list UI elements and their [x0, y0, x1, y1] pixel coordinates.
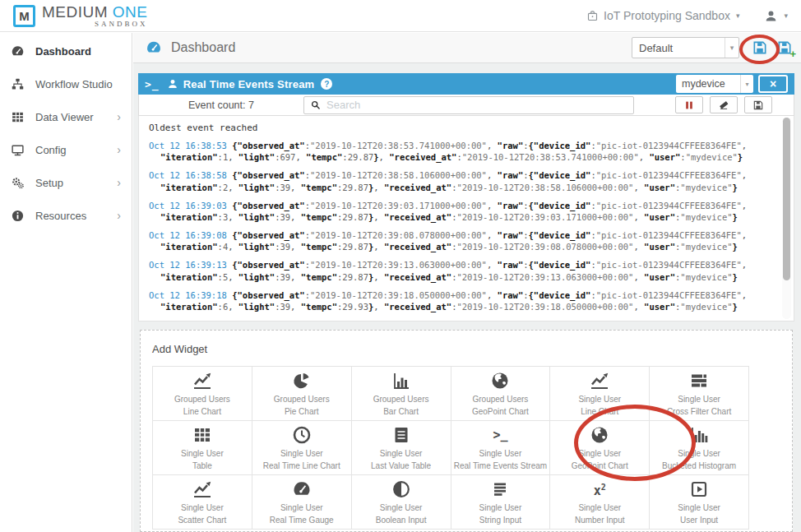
- event-timestamp: Oct 12 16:39:03: [149, 201, 227, 210]
- sidebar-item-label: Data Viewer: [35, 111, 94, 123]
- widget-label-line2: Table: [192, 460, 212, 472]
- save-stream-button[interactable]: [744, 96, 772, 113]
- event-log-entry: Oct 12 16:39:03 {"observed_at":"2019-10-…: [149, 200, 772, 223]
- user-menu[interactable]: ▾: [764, 9, 788, 23]
- clear-stream-button[interactable]: [710, 96, 738, 113]
- chevron-right-icon: ›: [117, 111, 121, 123]
- dashboard-select[interactable]: ▾: [632, 37, 739, 58]
- sitemap-icon: [11, 77, 25, 91]
- add-widget-single-user-number-input[interactable]: x2Single UserNumber Input: [550, 475, 650, 530]
- widget-grid: Grouped UsersLine ChartGrouped UsersPie …: [152, 366, 749, 530]
- search-icon: [310, 99, 321, 110]
- widget-label-line2: Real Time Events Stream: [454, 460, 547, 472]
- sidebar-item-dashboard[interactable]: Dashboard: [0, 35, 132, 67]
- sidebar-item-setup[interactable]: Setup›: [0, 166, 132, 199]
- search-box[interactable]: [303, 96, 634, 114]
- add-widget-single-user-boolean-input[interactable]: Single UserBoolean Input: [352, 475, 451, 530]
- briefcase-icon: [586, 10, 599, 22]
- caret-down-icon[interactable]: ▾: [740, 75, 753, 93]
- info-icon: [11, 209, 25, 223]
- caret-down-icon[interactable]: ▾: [725, 38, 738, 58]
- scrollbar-thumb[interactable]: [783, 118, 790, 280]
- add-widget-single-user-line-chart[interactable]: Single UserLine Chart: [550, 367, 650, 421]
- stream-widget-title: Real Time Events Stream: [183, 78, 315, 90]
- add-widget-single-user-geopoint-chart[interactable]: Single UserGeoPoint Chart: [550, 421, 650, 475]
- event-log-entry: Oct 12 16:38:58 {"observed_at":"2019-10-…: [149, 169, 772, 192]
- pause-icon: [683, 99, 695, 111]
- gears-icon: [11, 176, 25, 190]
- widget-label-line1: Single User: [181, 447, 224, 460]
- cross-filter-icon: [688, 371, 710, 391]
- add-widget-single-user-bucketed-histogram[interactable]: Single UserBucketed Histogram: [650, 421, 749, 475]
- event-timestamp: Oct 12 16:39:13: [149, 260, 227, 270]
- sidebar-item-workflow-studio[interactable]: Workflow Studio: [0, 67, 132, 100]
- x-icon: ×: [770, 78, 776, 90]
- save-dashboard-button[interactable]: [752, 39, 768, 56]
- dashboard-name-input[interactable]: [632, 38, 725, 58]
- brand-name: MEDIUM ONE: [42, 4, 148, 20]
- page-header: Dashboard ▾ +: [133, 33, 801, 63]
- event-log[interactable]: Oldest event reached Oct 12 16:38:53 {"o…: [138, 116, 794, 322]
- add-widget-single-user-last-value-table[interactable]: Single UserLast Value Table: [352, 421, 451, 475]
- add-widget-grouped-users-pie-chart[interactable]: Grouped UsersPie Chart: [252, 367, 352, 421]
- number-input-icon: x2: [589, 479, 610, 499]
- sidebar-item-label: Setup: [35, 177, 63, 189]
- widget-label-line2: Number Input: [575, 514, 625, 526]
- workspace-dropdown[interactable]: IoT Prototyping Sandbox ▾: [586, 9, 739, 22]
- widget-label-line2: Last Value Table: [371, 460, 431, 472]
- widget-label-line2: GeoPoint Chart: [572, 460, 628, 472]
- sidebar-item-resources[interactable]: Resources›: [0, 199, 132, 232]
- pause-stream-button[interactable]: [675, 96, 703, 113]
- line-chart-icon: [589, 371, 610, 391]
- widget-label-line1: Single User: [479, 447, 522, 460]
- help-icon[interactable]: ?: [321, 78, 332, 90]
- plus-icon: +: [789, 49, 796, 59]
- widget-label-line1: Single User: [578, 502, 621, 514]
- device-select[interactable]: mydevice ▾: [676, 75, 753, 93]
- save-as-new-dashboard-button[interactable]: +: [776, 39, 793, 56]
- add-widget-single-user-table[interactable]: Single UserTable: [153, 421, 252, 475]
- close-widget-button[interactable]: ×: [758, 75, 788, 93]
- sidebar-item-label: Dashboard: [35, 45, 91, 58]
- search-input[interactable]: [326, 99, 627, 111]
- sidebar-item-config[interactable]: Config›: [0, 133, 132, 166]
- caret-down-icon: ▾: [784, 12, 788, 20]
- add-widget-single-user-real-time-line-chart[interactable]: Single UserReal Time Line Chart: [252, 421, 352, 475]
- widget-label-line1: Single User: [678, 447, 720, 460]
- terminal-icon: >_: [489, 425, 511, 445]
- add-widget-grouped-users-geopoint-chart[interactable]: Grouped UsersGeoPoint Chart: [451, 367, 551, 421]
- add-widget-single-user-user-input[interactable]: Single UserUser Input: [650, 475, 749, 530]
- add-widget-single-user-string-input[interactable]: Single UserString Input: [451, 475, 551, 530]
- add-widget-grouped-users-line-chart[interactable]: Grouped UsersLine Chart: [153, 367, 252, 421]
- table-grid-icon: [192, 425, 213, 445]
- add-widget-single-user-scatter-chart[interactable]: Single UserScatter Chart: [153, 475, 252, 530]
- main-content: Dashboard ▾ + >_ Real Time Events Stream…: [133, 33, 801, 532]
- event-log-entry: Oct 12 16:39:08 {"observed_at":"2019-10-…: [149, 229, 772, 252]
- add-widget-grouped-users-bar-chart[interactable]: Grouped UsersBar Chart: [352, 367, 451, 421]
- gauge-icon: [291, 479, 313, 499]
- add-widget-single-user-real-time-gauge[interactable]: Single UserReal Time Gauge: [252, 475, 352, 530]
- widget-label-line1: Grouped Users: [274, 393, 330, 405]
- add-widget-single-user-cross-filter-chart[interactable]: Single UserCross Filter Chart: [650, 367, 749, 421]
- medium-one-logo[interactable]: M: [13, 5, 35, 27]
- line-chart-icon: [192, 371, 213, 391]
- event-log-entry: Oct 12 16:39:13 {"observed_at":"2019-10-…: [149, 259, 772, 282]
- widget-label-line1: Single User: [678, 393, 720, 405]
- widget-label-line2: Bar Chart: [383, 405, 419, 418]
- list-icon: [391, 425, 412, 445]
- widget-label-line1: Single User: [380, 447, 423, 460]
- brand-name-primary: MEDIUM: [42, 3, 108, 21]
- widget-label-line2: Real Time Gauge: [270, 514, 334, 526]
- widget-label-line1: Single User: [280, 447, 323, 460]
- widget-label-line1: Single User: [181, 502, 224, 514]
- stream-toolbar: Event count: 7: [138, 95, 794, 116]
- sidebar-nav: DashboardWorkflow StudioData Viewer›Conf…: [0, 33, 132, 532]
- event-log-entry: Oct 12 16:39:18 {"observed_at":"2019-10-…: [149, 289, 772, 312]
- widget-label-line1: Single User: [280, 502, 323, 514]
- string-input-icon: [489, 479, 511, 499]
- add-widget-single-user-real-time-events-stream[interactable]: >_Single UserReal Time Events Stream: [451, 421, 551, 475]
- widget-label-line2: String Input: [479, 514, 521, 526]
- sidebar-item-label: Config: [35, 144, 67, 156]
- event-timestamp: Oct 12 16:38:58: [149, 170, 227, 180]
- sidebar-item-data-viewer[interactable]: Data Viewer›: [0, 100, 132, 133]
